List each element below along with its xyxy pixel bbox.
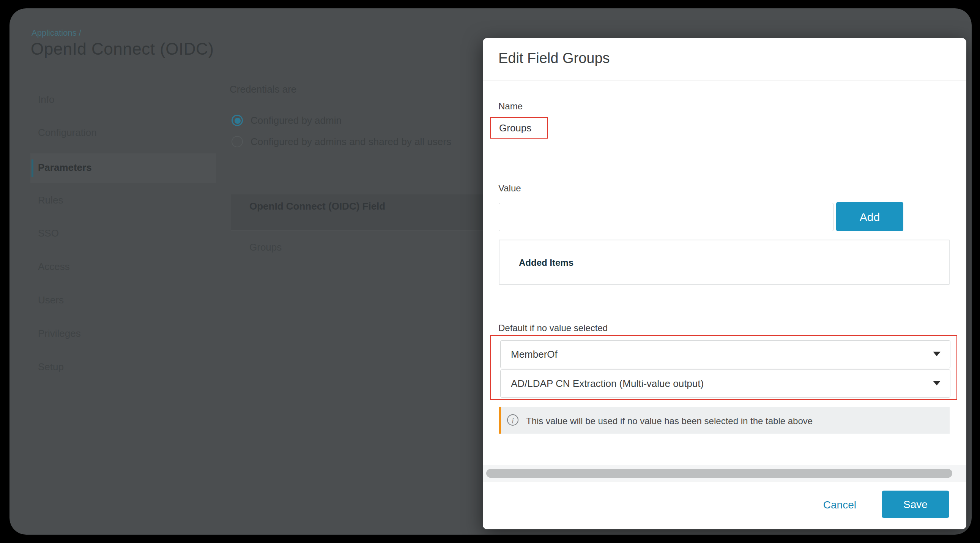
footer-divider [483, 481, 966, 481]
name-label: Name [498, 101, 523, 111]
caret-down-icon [933, 352, 940, 356]
sidebar-item-users[interactable]: Users [38, 294, 190, 306]
value-select[interactable]: Select Groups [499, 203, 834, 231]
name-value: Groups [499, 122, 531, 134]
default-select-extraction-value: AD/LDAP CN Extraction (Multi-value outpu… [511, 378, 704, 390]
radio-configured-by-admins-shared[interactable] [232, 136, 243, 147]
edit-field-groups-dialog: Edit Field Groups Name Groups Value Sele… [483, 38, 966, 529]
breadcrumb[interactable]: Applications / [32, 28, 81, 38]
radio-configured-by-admin[interactable] [232, 115, 243, 126]
caret-down-icon [933, 381, 940, 385]
sidebar-item-parameters[interactable]: Parameters [38, 161, 190, 174]
default-select-transform[interactable] [500, 340, 950, 368]
add-button[interactable]: Add [836, 202, 903, 231]
dialog-title-divider [483, 80, 966, 81]
sidebar-item-info[interactable]: Info [38, 93, 190, 105]
default-select-transform-value: MemberOf [511, 349, 558, 360]
credentials-label: Credentials are [230, 84, 296, 95]
added-items-label: Added Items [519, 258, 573, 268]
dialog-title: Edit Field Groups [498, 50, 610, 67]
radio-label-configured-by-admins-shared[interactable]: Configured by admins and shared by all u… [250, 136, 451, 147]
sidebar-item-setup[interactable]: Setup [38, 361, 190, 373]
radio-selected-dot [235, 118, 241, 124]
table-row[interactable]: Groups [249, 242, 282, 253]
radio-label-configured-by-admin[interactable]: Configured by admin [250, 115, 342, 126]
default-label: Default if no value selected [498, 323, 608, 333]
value-label: Value [498, 183, 521, 194]
sidebar-item-access[interactable]: Access [38, 261, 190, 272]
sidebar-active-indicator [32, 159, 33, 177]
save-button[interactable]: Save [882, 490, 949, 518]
info-circle-icon: i [507, 414, 519, 426]
sidebar-item-rules[interactable]: Rules [38, 194, 190, 206]
sidebar-item-sso[interactable]: SSO [38, 227, 190, 239]
page-title: OpenId Connect (OIDC) [31, 40, 214, 59]
sidebar-item-configuration[interactable]: Configuration [38, 126, 190, 139]
info-banner-text: This value will be used if no value has … [526, 416, 813, 427]
cancel-button[interactable]: Cancel [809, 498, 859, 511]
horizontal-scrollbar-thumb[interactable] [486, 469, 952, 478]
sidebar-item-privileges[interactable]: Privileges [38, 327, 190, 339]
table-header-label: OpenId Connect (OIDC) Field [249, 201, 385, 212]
